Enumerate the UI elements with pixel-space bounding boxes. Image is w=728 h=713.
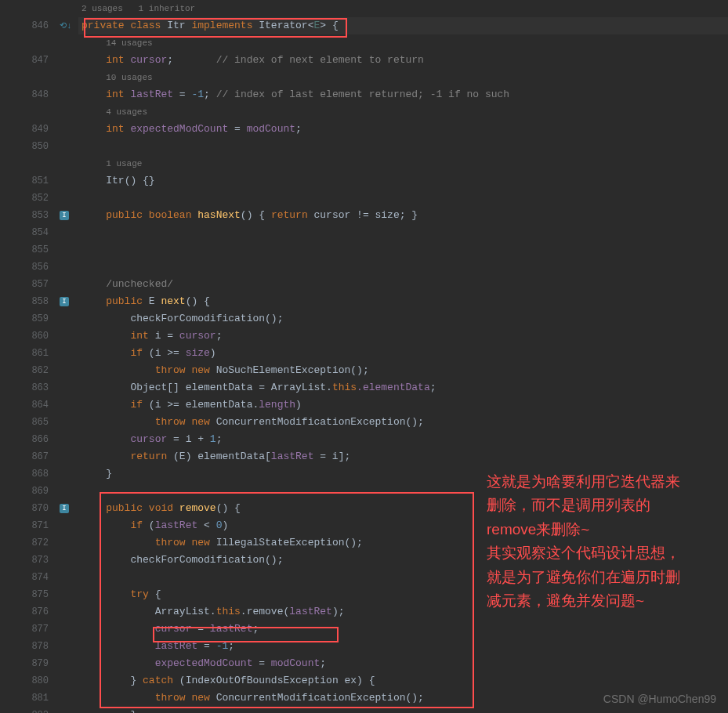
gutter-blank [0,103,49,121]
code-line[interactable]: } [78,465,728,483]
code-line[interactable]: expectedModCount = modCount; [78,655,728,672]
line-number: 865 [0,414,49,431]
line-number: 861 [0,345,49,362]
line-number: 848 [0,86,49,103]
usage-hint[interactable]: 2 usages 1 inheritor [81,4,195,13]
line-number: 864 [0,396,49,414]
line-number: 858 [0,293,49,310]
line-number: 881 [0,689,49,707]
code-line[interactable] [78,259,728,276]
code-line[interactable]: Itr() {} [78,172,728,190]
code-line[interactable]: } catch (IndexOutOfBoundsException ex) { [78,672,728,689]
code-line[interactable] [78,190,728,207]
line-number: 876 [0,603,49,621]
line-number: 869 [0,483,49,500]
line-number: 852 [0,190,49,207]
line-number: 854 [0,224,49,241]
code-line[interactable]: int lastRet = -1; // index of last eleme… [78,86,728,103]
line-number: 850 [0,138,49,155]
line-number: 853 [0,207,49,224]
line-number: 882 [0,707,49,713]
code-line[interactable] [78,483,728,500]
gutter-icons: ⟲↓ I I I [55,0,78,713]
code-line[interactable] [78,569,728,586]
line-number: 867 [0,448,49,465]
line-number: 873 [0,552,49,569]
code-line[interactable]: cursor = lastRet; [78,621,728,638]
usage-hint[interactable]: 1 usage [106,159,142,168]
code-line[interactable] [78,138,728,155]
code-line[interactable]: public void remove() { [78,500,728,517]
code-line[interactable]: Object[] elementData = ArrayList.this.el… [78,379,728,396]
bookmark-icon[interactable]: ⟲↓ [60,20,71,31]
line-number-gutter: 846 847 848 849 850 851 852 853 854 855 … [0,0,55,713]
line-number: 875 [0,586,49,603]
code-line[interactable]: /unchecked/ [78,276,728,293]
code-line[interactable]: try { [78,586,728,603]
usage-hint[interactable]: 4 usages [106,107,147,117]
line-number: 863 [0,379,49,396]
code-line[interactable]: ArrayList.this.remove(lastRet); [78,603,728,621]
line-number: 859 [0,310,49,328]
line-number: 866 [0,431,49,448]
code-line[interactable]: public E next() { [78,293,728,310]
line-number: 872 [0,534,49,552]
usage-hint[interactable]: 10 usages [106,73,152,82]
gutter-blank [0,69,49,86]
code-editor[interactable]: 846 847 848 849 850 851 852 853 854 855 … [0,0,728,713]
line-number: 870 [0,500,49,517]
code-line[interactable] [78,241,728,259]
override-icon[interactable]: I [60,503,71,514]
code-line[interactable]: throw new NoSuchElementException(); [78,362,728,379]
line-number: 851 [0,172,49,190]
code-line[interactable]: return (E) elementData[lastRet = i]; [78,448,728,465]
override-icon[interactable]: I [60,210,71,221]
gutter-blank [0,0,49,17]
line-number: 846 [0,17,49,34]
code-line[interactable]: } [78,707,728,713]
gutter-blank [0,155,49,172]
code-line[interactable]: throw new ConcurrentModificationExceptio… [78,414,728,431]
line-number: 860 [0,328,49,345]
line-number: 879 [0,655,49,672]
line-number: 849 [0,121,49,138]
line-number: 857 [0,276,49,293]
line-number: 880 [0,672,49,689]
override-icon[interactable]: I [60,296,71,307]
code-line[interactable]: throw new IllegalStateException(); [78,534,728,552]
line-number: 862 [0,362,49,379]
line-number: 856 [0,259,49,276]
line-number: 855 [0,241,49,259]
code-line[interactable]: public boolean hasNext() { return cursor… [78,207,728,224]
code-line[interactable]: cursor = i + 1; [78,431,728,448]
watermark: CSDN @HumoChen99 [603,693,716,705]
line-number: 877 [0,621,49,638]
line-number: 847 [0,52,49,69]
code-line[interactable]: int cursor; // index of next element to … [78,52,728,69]
line-number: 878 [0,638,49,655]
line-number: 871 [0,517,49,534]
gutter-blank [0,34,49,52]
usage-hint[interactable]: 14 usages [106,38,152,48]
code-line[interactable]: lastRet = -1; [78,638,728,655]
code-content[interactable]: 2 usages 1 inheritor private class Itr i… [78,0,728,713]
line-number: 868 [0,465,49,483]
code-line[interactable]: if (i >= size) [78,345,728,362]
code-line[interactable]: int expectedModCount = modCount; [78,121,728,138]
code-line[interactable]: private class Itr implements Iterator<E>… [78,17,728,34]
code-line[interactable]: checkForComodification(); [78,552,728,569]
code-line[interactable]: if (i >= elementData.length) [78,396,728,414]
code-line[interactable]: if (lastRet < 0) [78,517,728,534]
code-line[interactable]: checkForComodification(); [78,310,728,328]
code-line[interactable] [78,224,728,241]
code-line[interactable]: int i = cursor; [78,328,728,345]
line-number: 874 [0,569,49,586]
